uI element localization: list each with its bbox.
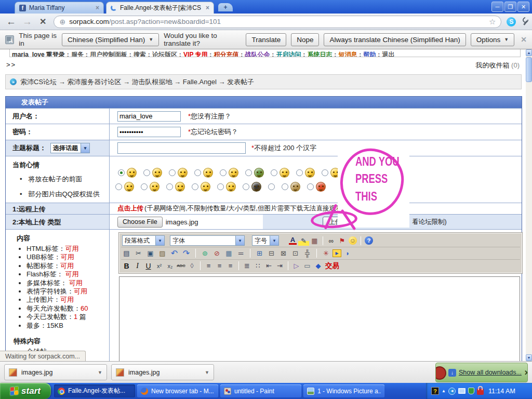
superscript-icon[interactable]: x² xyxy=(154,261,165,271)
subscript-icon[interactable]: x₂ xyxy=(165,261,176,271)
italic-icon[interactable]: I xyxy=(132,261,143,271)
always-translate-button[interactable]: Always translate Chinese (Simplified Han… xyxy=(324,33,466,46)
merge-cell-icon[interactable]: ⊡ xyxy=(290,248,301,258)
paragraph-format-select[interactable]: 段落格式 xyxy=(122,235,165,246)
link-icon[interactable]: ⊚ xyxy=(200,248,210,258)
align-left-icon[interactable]: ≡ xyxy=(203,261,214,271)
help-icon[interactable]: ? xyxy=(365,236,373,245)
strikethrough-icon[interactable]: ABC xyxy=(176,261,187,271)
trade-shield-icon[interactable]: ◆ xyxy=(313,261,324,271)
lock-tray-icon[interactable] xyxy=(477,389,484,395)
emoticon-radio[interactable] xyxy=(268,183,275,190)
password-hint[interactable]: *忘记论坛密码？ xyxy=(188,127,238,137)
forum-nav-link[interactable]: 积分充值 xyxy=(214,51,239,57)
indent-icon[interactable]: ⇥ xyxy=(274,261,285,271)
tab-close-icon[interactable]: × xyxy=(206,4,209,11)
scroll-up-icon[interactable]: ▲ xyxy=(526,49,532,56)
emoticon-option-wailing[interactable] xyxy=(192,182,210,192)
emoticon-option-hammer[interactable] xyxy=(282,182,300,192)
emoticon-option-thinking[interactable] xyxy=(115,182,134,192)
align-center-icon[interactable]: ≡ xyxy=(214,261,225,271)
options-dropdown[interactable]: Options▼ xyxy=(471,33,514,46)
emoticon-option-tongue[interactable] xyxy=(143,168,162,178)
scrollbar-thumb[interactable] xyxy=(526,57,532,82)
emoticon-option-surprised[interactable] xyxy=(271,168,289,178)
forum-nav-link[interactable]: ： xyxy=(332,51,339,57)
undo-icon[interactable]: ↶ xyxy=(169,248,180,258)
find-icon[interactable]: ∞ xyxy=(326,236,337,246)
flash-icon[interactable]: ✳ xyxy=(321,248,331,258)
forum-nav-link[interactable]: 开启访问 xyxy=(276,51,301,57)
taskbar-item-firefox[interactable]: New browser tab - M... xyxy=(137,384,218,397)
forward-button[interactable]: → xyxy=(22,16,32,28)
download-item[interactable]: images.jpg ▼ xyxy=(4,364,107,380)
downloads-bar-close-icon[interactable]: ✕ xyxy=(524,369,528,377)
emoticon-radio[interactable] xyxy=(220,169,227,176)
translate-button[interactable]: Translate xyxy=(246,33,286,46)
emoticon-radio[interactable] xyxy=(322,169,328,176)
chevron-down-icon[interactable]: ▼ xyxy=(98,370,102,375)
remote-upload-link[interactable]: 点击上传 xyxy=(117,204,143,213)
emoticon-option-blush[interactable] xyxy=(169,168,188,178)
language-dropdown[interactable]: Chinese (Simplified Han)▼ xyxy=(62,33,159,46)
table-icon[interactable]: ⊞ xyxy=(254,248,265,258)
page-scrollbar[interactable]: ▲ ▼ xyxy=(526,49,532,361)
topic-title-input[interactable] xyxy=(117,142,246,154)
forum-nav-link[interactable]: VIP 专用 xyxy=(183,51,207,57)
redo-icon[interactable]: ↷ xyxy=(181,248,192,258)
hr-icon[interactable]: ═ xyxy=(235,248,246,258)
forum-nav-link[interactable]: 退出 xyxy=(382,51,395,57)
bookmark-star-icon[interactable]: ☆ xyxy=(489,17,496,26)
inbox-link[interactable]: 我的收件箱 (0) xyxy=(475,61,520,70)
username-hint[interactable]: *您没有注册？ xyxy=(188,112,231,121)
new-tab-button[interactable]: + xyxy=(218,3,233,11)
underline-icon[interactable]: U xyxy=(143,261,154,271)
object-icon[interactable]: ▦ xyxy=(309,236,320,246)
forum-nav-link[interactable]: ： xyxy=(270,51,276,57)
emoticon-option-pout[interactable] xyxy=(141,182,159,192)
insert-row-icon[interactable]: ⊟ xyxy=(266,248,277,258)
emoticon-radio[interactable] xyxy=(307,183,314,190)
forum-nav-link[interactable]: ： xyxy=(376,51,382,57)
emoticon-radio[interactable] xyxy=(115,183,122,190)
help-tray-icon[interactable]: ? xyxy=(431,387,439,395)
password-input[interactable] xyxy=(117,127,181,137)
emoticon-radio[interactable] xyxy=(169,169,176,176)
trade-label[interactable]: 交易 xyxy=(325,261,339,271)
forum-nav-link[interactable]: ： xyxy=(208,51,214,57)
flag-icon[interactable]: ⚑ xyxy=(337,236,348,246)
emoticon-radio[interactable] xyxy=(243,183,249,190)
bold-icon[interactable]: B xyxy=(121,261,132,271)
outdent-icon[interactable]: ⇤ xyxy=(263,261,274,271)
taskbar-item-picture-viewer[interactable]: 1 - Windows Picture a... xyxy=(303,384,384,397)
emoticon-radio[interactable] xyxy=(143,169,150,176)
emoticon-option-crying[interactable] xyxy=(166,182,185,192)
forum-nav-link[interactable]: maria_love 重登录 xyxy=(12,51,65,57)
forum-nav-link[interactable]: 战队公会 xyxy=(245,51,270,57)
skype-extension-icon[interactable]: S xyxy=(507,17,516,26)
paste-icon[interactable]: ▨ xyxy=(157,248,168,258)
forum-nav-link[interactable]: ： xyxy=(239,51,245,57)
tab-close-icon[interactable]: × xyxy=(96,4,99,11)
emoticon-radio[interactable] xyxy=(217,183,224,190)
copy-icon[interactable]: ▣ xyxy=(145,248,156,258)
hide-icons-arrow-icon[interactable]: ▲ xyxy=(442,389,446,393)
new-document-icon[interactable]: ▤ xyxy=(121,248,132,258)
split-cell-icon[interactable]: ╬ xyxy=(302,248,313,258)
forum-nav-link[interactable]: 短消息 xyxy=(339,51,357,57)
forum-nav-link[interactable]: ：服务：用户控制面板：搜索：论坛版区： xyxy=(65,51,183,57)
emoticon-option-heart-eyes[interactable] xyxy=(194,168,213,178)
download-item[interactable]: images.jpg ▼ xyxy=(111,364,214,380)
emoticon-radio[interactable] xyxy=(118,169,125,176)
emoticon-option-soldier[interactable] xyxy=(245,168,264,178)
insert-col-icon[interactable]: ⊠ xyxy=(278,248,289,258)
emoticon-option-plain[interactable] xyxy=(268,183,275,190)
editor-text-area[interactable] xyxy=(119,276,520,361)
scroll-down-icon[interactable]: ▼ xyxy=(526,354,532,361)
back-circle-tray-icon[interactable]: ◄ xyxy=(448,388,456,395)
comment-icon[interactable]: ◗ xyxy=(342,248,353,258)
emoticon-option-angry[interactable] xyxy=(307,182,326,192)
emoticon-radio[interactable] xyxy=(296,169,303,176)
username-input[interactable] xyxy=(117,111,181,122)
emoticon-radio[interactable] xyxy=(192,183,198,190)
